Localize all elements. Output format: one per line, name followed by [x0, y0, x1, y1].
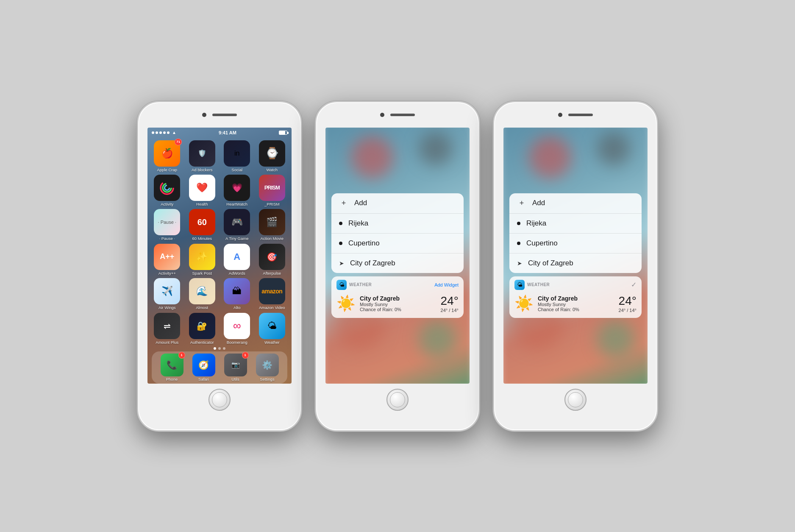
app-icon-tinygame[interactable]: 🎮: [224, 209, 250, 235]
app-label-apple-crap: Apple Crap: [157, 168, 177, 172]
app-activity[interactable]: Activity: [151, 175, 183, 206]
dock-icon-phone[interactable]: 📞1: [161, 354, 183, 376]
add-label-3: Add: [532, 199, 545, 207]
phone-top-3: [494, 102, 657, 128]
weather-cards-2: + Add Rijeka Cupertino ➤ City of Zagreb: [325, 128, 470, 384]
app-icon-adwords[interactable]: A: [224, 244, 250, 270]
app-label-almost: Almost: [196, 306, 208, 310]
app-health[interactable]: ❤️ Health: [186, 175, 219, 206]
dock-utils[interactable]: 📷1 Utils: [224, 354, 247, 382]
cupertino-row-3[interactable]: Cupertino: [509, 234, 642, 253]
app-icon-almost[interactable]: 🌊: [189, 278, 215, 304]
app-pause[interactable]: · Pause · · Pause ·: [151, 209, 183, 241]
app-icon-boomerang[interactable]: ∞: [224, 313, 250, 339]
app-amazon[interactable]: amazon Amazon Video: [256, 278, 289, 310]
home-button-1[interactable]: [208, 389, 231, 411]
dock-settings[interactable]: ⚙️ Settings: [256, 354, 279, 382]
weather-range-2: 24° / 14°: [441, 308, 459, 313]
widget-title-2: WEATHER: [349, 282, 372, 287]
app-icon-pause[interactable]: · Pause ·: [154, 209, 180, 235]
app-icon-action-movie[interactable]: 🎬: [259, 209, 285, 235]
app-icon-apple-crap[interactable]: 🍎71: [154, 140, 180, 167]
app-label-prism: _PRISM: [264, 202, 279, 206]
app-ad-blockers[interactable]: 🛡️ Ad blockers: [186, 140, 219, 172]
app-activitypp[interactable]: A++ Activity++: [151, 244, 183, 276]
app-icon-amazon[interactable]: amazon: [259, 278, 285, 304]
app-icon-spark[interactable]: ✨: [189, 244, 215, 270]
app-label-ad-blockers: Ad blockers: [192, 168, 213, 172]
app-watch[interactable]: ⌚ Watch: [256, 140, 289, 172]
app-icon-airwings[interactable]: ✈️: [154, 278, 180, 304]
location-dot-2: [339, 242, 342, 245]
weather-widget-2: 🌤 WEATHER Add Widget ☀️ City of Zagreb M…: [331, 276, 464, 318]
home-button-2[interactable]: [386, 389, 409, 411]
weather-info-3: City of Zagreb Mostly Sunny Chance of Ra…: [538, 295, 614, 312]
app-60min[interactable]: 60 60 Minutes: [186, 209, 219, 241]
badge-phone: 1: [178, 352, 185, 359]
cupertino-row[interactable]: Cupertino: [331, 234, 464, 253]
app-icon-ad-blockers[interactable]: 🛡️: [189, 140, 215, 167]
location-arrow-icon: ➤: [339, 260, 344, 267]
app-weather[interactable]: 🌤 Weather: [256, 313, 289, 345]
widget-title-3: WEATHER: [527, 282, 550, 287]
app-icon-alto[interactable]: 🏔: [224, 278, 250, 304]
dock-phone[interactable]: 📞1 Phone: [161, 354, 183, 382]
app-icon-afterpulse[interactable]: 🎯: [259, 244, 285, 270]
home-button-3[interactable]: [564, 389, 587, 411]
app-icon-social[interactable]: in: [224, 140, 250, 167]
phone-2: + Add Rijeka Cupertino ➤ City of Zagreb: [315, 101, 480, 432]
dock-icon-utils[interactable]: 📷1: [224, 354, 247, 376]
location-rijeka: Rijeka: [348, 219, 368, 228]
app-icon-prism[interactable]: PRISM: [259, 175, 285, 201]
sun-icon-2: ☀️: [336, 295, 356, 312]
dock-icon-settings[interactable]: ⚙️: [256, 354, 279, 376]
app-label-afterpulse: Afterpulse: [263, 271, 281, 276]
app-icon-heartwatch[interactable]: 💗: [224, 175, 250, 201]
weather-info-2: City of Zagreb Mostly Sunny Chance of Ra…: [360, 295, 436, 312]
app-tinygame[interactable]: 🎮 A Tiny Game: [221, 209, 253, 241]
app-label-alto: Alto: [233, 306, 240, 310]
app-prism[interactable]: PRISM _PRISM: [256, 175, 289, 206]
camera-2: [380, 113, 384, 117]
app-social[interactable]: in Social: [221, 140, 253, 172]
weather-rain-2: Chance of Rain: 0%: [360, 307, 436, 312]
add-widget-button-2[interactable]: Add Widget: [434, 282, 459, 287]
weather-range-3: 24° / 14°: [619, 308, 637, 313]
app-alto[interactable]: 🏔 Alto: [221, 278, 253, 310]
dock-safari[interactable]: 🧭 Safari: [192, 354, 215, 382]
app-adwords[interactable]: A AdWords: [221, 244, 253, 276]
app-icon-authenticator[interactable]: 🔐: [189, 313, 215, 339]
app-icon-weather[interactable]: 🌤: [259, 313, 285, 339]
zagreb-row-3[interactable]: ➤ City of Zagreb: [509, 253, 642, 273]
zagreb-row[interactable]: ➤ City of Zagreb: [331, 253, 464, 273]
app-action-movie[interactable]: 🎬 Action Movie: [256, 209, 289, 241]
widget-header-2: 🌤 WEATHER Add Widget: [331, 276, 464, 292]
rijeka-row[interactable]: Rijeka: [331, 214, 464, 234]
city-name-2: City of Zagreb: [360, 295, 436, 302]
rijeka-row-3[interactable]: Rijeka: [509, 214, 642, 234]
app-label-watch: Watch: [266, 168, 278, 172]
dock-icon-safari[interactable]: 🧭: [192, 354, 215, 376]
app-icon-activity[interactable]: [154, 175, 180, 201]
weather-screen-3: + Add Rijeka Cupertino ➤ City of Zagreb: [503, 128, 648, 384]
weather-temp-block-3: 24° 24° / 14°: [619, 294, 637, 313]
app-heartwatch[interactable]: 💗 HeartWatch: [221, 175, 253, 206]
add-action-row[interactable]: + Add: [331, 193, 464, 214]
phone-1: ▲ 9:41 AM 🍎71 Apple Crap 🛡️ Ad: [137, 101, 302, 432]
app-boomerang[interactable]: ∞ Boomerang: [221, 313, 253, 345]
app-icon-60min[interactable]: 60: [189, 209, 215, 235]
app-icon-amountplus[interactable]: ⇌: [154, 313, 180, 339]
app-afterpulse[interactable]: 🎯 Afterpulse: [256, 244, 289, 276]
app-almost[interactable]: 🌊 Almost: [186, 278, 219, 310]
app-icon-health[interactable]: ❤️: [189, 175, 215, 201]
app-authenticator[interactable]: 🔐 Authenticator: [186, 313, 219, 345]
app-airwings[interactable]: ✈️ Air Wings: [151, 278, 183, 310]
city-name-3: City of Zagreb: [538, 295, 614, 302]
app-icon-watch[interactable]: ⌚: [259, 140, 285, 167]
app-spark[interactable]: ✨ Spark Post: [186, 244, 219, 276]
app-apple-crap[interactable]: 🍎71 Apple Crap: [151, 140, 183, 172]
app-amountplus[interactable]: ⇌ Amount Plus: [151, 313, 183, 345]
weather-temp-2: 24°: [441, 294, 459, 308]
add-action-row-3[interactable]: + Add: [509, 193, 642, 214]
app-icon-activitypp[interactable]: A++: [154, 244, 180, 270]
